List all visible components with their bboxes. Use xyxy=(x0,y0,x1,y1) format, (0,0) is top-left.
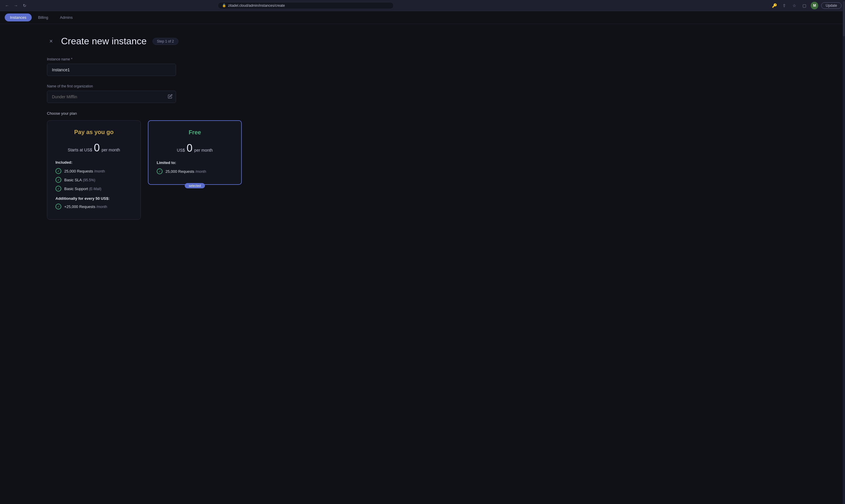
free-feature-requests-sub: /month xyxy=(195,169,206,174)
payg-feature-requests: ✓ 25,000 Requests /month xyxy=(55,168,132,174)
instance-name-label: Instance name * xyxy=(47,57,247,61)
free-limited-label: Limited to: xyxy=(157,160,233,165)
org-input-wrap xyxy=(47,91,176,103)
page-header: × Create new instance Step 1 of 2 xyxy=(47,36,247,47)
payg-included-label: Included: xyxy=(55,160,132,165)
close-button[interactable]: × xyxy=(47,37,55,46)
step-badge: Step 1 of 2 xyxy=(152,38,178,45)
page-title: Create new instance xyxy=(61,36,147,47)
url-text: zitadel.cloud/admin/instances/create xyxy=(228,3,285,7)
instance-name-section: Instance name * xyxy=(47,57,247,76)
payg-additional-sub: /month xyxy=(96,205,107,209)
payg-feature-requests-main: 25,000 Requests xyxy=(64,169,93,174)
payg-price: Starts at US$ 0 per month xyxy=(55,143,132,153)
key-icon-button[interactable]: 🔑 xyxy=(771,2,778,9)
edit-org-name-button[interactable] xyxy=(168,94,173,100)
free-price-suffix: per month xyxy=(194,148,213,152)
org-name-section: Name of the first organization xyxy=(47,84,247,103)
free-price: US$ 0 per month xyxy=(157,143,233,154)
instance-name-input[interactable] xyxy=(47,64,176,76)
payg-feature-support: ✓ Basic Support (E-Mail) xyxy=(55,186,132,192)
extension-icon-button[interactable]: ▢ xyxy=(801,2,808,9)
payg-feature-requests-sub: /month xyxy=(94,169,105,174)
org-name-input[interactable] xyxy=(47,91,176,103)
browser-chrome: ← → ↻ 🔒 zitadel.cloud/admin/instances/cr… xyxy=(0,0,845,11)
feature-check-icon: ✓ xyxy=(55,168,61,174)
payg-plan-name: Pay as you go xyxy=(55,129,132,136)
feature-check-icon-2: ✓ xyxy=(55,177,61,183)
free-plan-name: Free xyxy=(157,129,233,136)
payg-feature-support-sub: (E-Mail) xyxy=(89,187,102,191)
scrollbar-thumb xyxy=(843,1,845,36)
back-button[interactable]: ← xyxy=(3,2,11,9)
share-icon-button[interactable]: ⇧ xyxy=(781,2,788,9)
lock-icon: 🔒 xyxy=(222,3,226,7)
payg-plan-card[interactable]: Pay as you go Starts at US$ 0 per month … xyxy=(47,120,141,220)
feature-check-icon-3: ✓ xyxy=(55,186,61,192)
top-nav: Instances Billing Admins xyxy=(0,11,845,24)
browser-actions: 🔑 ⇧ ☆ ▢ M Update xyxy=(771,2,842,10)
tab-billing[interactable]: Billing xyxy=(33,14,54,21)
free-price-amount: 0 xyxy=(186,143,193,154)
plan-section-label: Choose your plan xyxy=(47,111,247,115)
main-content: × Create new instance Step 1 of 2 Instan… xyxy=(0,24,293,240)
payg-additionally-label: Additionally for every 50 US$: xyxy=(55,196,132,201)
selected-badge: selected xyxy=(185,183,205,188)
payg-price-amount: 0 xyxy=(94,143,100,153)
scrollbar[interactable] xyxy=(843,0,845,504)
forward-button[interactable]: → xyxy=(12,2,19,9)
tab-instances[interactable]: Instances xyxy=(5,14,32,21)
tab-admins[interactable]: Admins xyxy=(55,14,78,21)
free-price-prefix: US$ xyxy=(177,148,185,152)
payg-price-prefix: Starts at US$ xyxy=(68,147,92,152)
payg-feature-support-main: Basic Support xyxy=(64,186,88,191)
address-bar[interactable]: 🔒 zitadel.cloud/admin/instances/create xyxy=(218,2,394,9)
payg-additional-feature: ✓ +25,000 Requests /month xyxy=(55,203,132,210)
reload-button[interactable]: ↻ xyxy=(21,2,28,9)
plans-row: Pay as you go Starts at US$ 0 per month … xyxy=(47,120,247,220)
org-name-label: Name of the first organization xyxy=(47,84,247,88)
payg-additional-main: +25,000 Requests xyxy=(64,204,95,209)
free-plan-card[interactable]: Free US$ 0 per month Limited to: ✓ 25,00… xyxy=(148,120,242,185)
payg-feature-sla-sub: (95.5%) xyxy=(83,178,95,182)
feature-check-icon-4: ✓ xyxy=(55,203,61,210)
payg-feature-sla: ✓ Basic SLA (95.5%) xyxy=(55,177,132,183)
free-feature-requests: ✓ 25,000 Requests /month xyxy=(157,168,233,174)
feature-check-icon-5: ✓ xyxy=(157,168,163,174)
browser-nav: ← → ↻ xyxy=(3,2,28,9)
update-button[interactable]: Update xyxy=(821,2,842,9)
payg-feature-sla-main: Basic SLA xyxy=(64,178,82,182)
profile-avatar[interactable]: M xyxy=(811,2,818,10)
free-feature-requests-main: 25,000 Requests xyxy=(165,169,194,174)
plan-section: Choose your plan Pay as you go Starts at… xyxy=(47,111,247,220)
bookmark-icon-button[interactable]: ☆ xyxy=(791,2,798,9)
payg-price-suffix: per month xyxy=(102,147,120,152)
